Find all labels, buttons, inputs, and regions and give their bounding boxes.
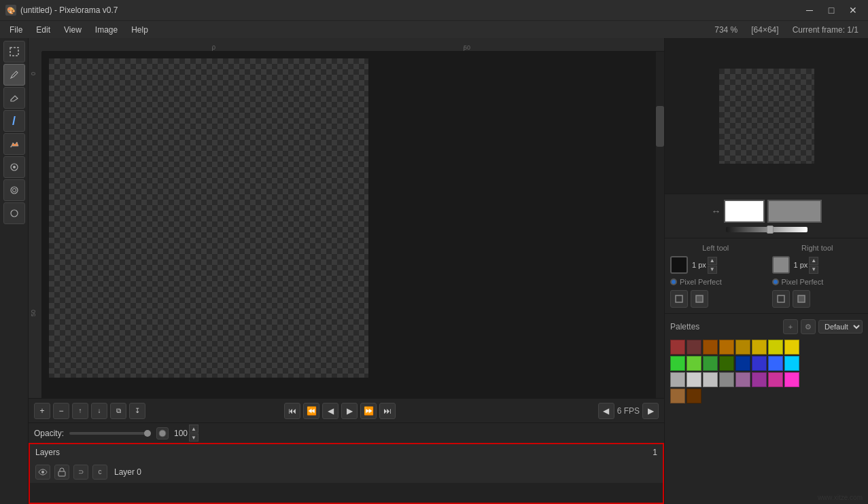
layer-visibility-button[interactable] — [35, 465, 50, 480]
palette-swatch[interactable] — [752, 372, 767, 387]
left-tool-shape-square-filled[interactable] — [691, 290, 708, 308]
palette-swatch[interactable] — [735, 356, 750, 371]
add-frame-button[interactable]: + — [34, 403, 50, 419]
move-up-button[interactable]: ↑ — [72, 403, 88, 419]
menu-help[interactable]: Help — [124, 24, 155, 36]
layer-collapse-button[interactable]: ⊃ — [73, 465, 88, 480]
zoom-level: 734 % — [714, 25, 737, 35]
right-tool-pixel-perfect-radio[interactable] — [772, 278, 779, 285]
left-tool-color-btn[interactable] — [670, 256, 688, 274]
palette-add-button[interactable]: + — [783, 319, 798, 334]
frame-end-button[interactable]: ⏭ — [379, 403, 396, 419]
fps-dec-button[interactable]: ◀ — [598, 403, 614, 419]
svg-rect-12 — [798, 295, 805, 302]
canvas-viewport[interactable] — [42, 52, 656, 398]
menu-edit[interactable]: Edit — [29, 24, 57, 36]
move-down-button[interactable]: ↓ — [91, 403, 107, 419]
scrollbar-thumb[interactable] — [656, 106, 664, 147]
palette-swatch[interactable] — [768, 356, 783, 371]
svg-point-2 — [13, 166, 16, 168]
palette-swatch[interactable] — [687, 372, 701, 387]
svg-rect-0 — [10, 48, 18, 56]
palette-swatch[interactable] — [719, 372, 734, 387]
opacity-inc-button[interactable]: ▲ — [189, 425, 198, 433]
frame-next-fast-button[interactable]: ⏩ — [360, 403, 377, 419]
primary-color-swatch[interactable] — [724, 200, 765, 223]
swap-colors-button[interactable]: ↔ — [712, 206, 721, 217]
canvas-display[interactable] — [49, 58, 368, 378]
fps-inc-button[interactable]: ▶ — [642, 403, 659, 419]
left-tool-size-value: 1 px — [692, 261, 706, 269]
tool-smudge[interactable] — [3, 179, 25, 201]
left-tool-size-inc[interactable]: ▲ — [708, 257, 717, 265]
palette-swatch[interactable] — [784, 356, 799, 371]
left-tool-pixel-perfect-radio[interactable] — [670, 278, 677, 285]
close-button[interactable]: ✕ — [844, 3, 863, 17]
left-tool-shape-square[interactable] — [670, 290, 688, 308]
right-tool-shape-square-filled[interactable] — [793, 290, 810, 308]
frame-prev-fast-button[interactable]: ⏪ — [303, 403, 319, 419]
palette-swatch[interactable] — [703, 356, 718, 371]
frame-prev-button[interactable]: ◀ — [322, 403, 338, 419]
pencil-icon — [10, 70, 19, 79]
palette-swatch[interactable] — [719, 356, 734, 371]
right-tool-shape-square[interactable] — [772, 290, 790, 308]
tool-circle[interactable] — [3, 202, 25, 224]
palette-swatch[interactable] — [687, 356, 701, 371]
palette-swatch[interactable] — [670, 340, 685, 355]
right-tool-size-dec[interactable]: ▼ — [809, 266, 818, 274]
frame-start-button[interactable]: ⏮ — [284, 403, 300, 419]
tool-eraser[interactable] — [3, 87, 25, 109]
frame-next-button[interactable]: ▶ — [341, 403, 358, 419]
remove-frame-button[interactable]: − — [53, 403, 69, 419]
opacity-slider-thumb[interactable] — [144, 430, 151, 437]
palette-swatch[interactable] — [670, 356, 685, 371]
menu-file[interactable]: File — [3, 24, 29, 36]
tool-select[interactable] — [3, 41, 25, 62]
tool-bucket[interactable] — [3, 156, 25, 178]
menu-image[interactable]: Image — [88, 24, 124, 36]
color-gradient-bar[interactable] — [726, 227, 808, 232]
palette-swatch[interactable] — [752, 340, 767, 355]
palettes-section: Palettes + ⚙ Default — [665, 314, 868, 504]
tool-pencil[interactable] — [3, 64, 25, 86]
palette-swatch[interactable] — [703, 372, 718, 387]
palette-swatch[interactable] — [784, 372, 799, 387]
menu-view[interactable]: View — [57, 24, 88, 36]
palette-swatch[interactable] — [752, 356, 767, 371]
layer-lock-button[interactable] — [54, 465, 69, 480]
palette-swatch[interactable] — [670, 389, 685, 403]
opacity-dec-button[interactable]: ▼ — [189, 433, 198, 442]
palette-swatch[interactable] — [687, 340, 701, 355]
palette-swatch[interactable] — [784, 340, 799, 355]
right-tool-size-inc[interactable]: ▲ — [809, 257, 818, 265]
palette-settings-button[interactable]: ⚙ — [801, 319, 816, 334]
palette-select[interactable]: Default — [818, 320, 863, 334]
palette-swatch[interactable] — [735, 372, 750, 387]
vertical-scrollbar[interactable] — [656, 52, 664, 398]
opacity-slider[interactable] — [69, 432, 151, 435]
color-gradient-thumb[interactable] — [767, 226, 774, 234]
palette-swatch[interactable] — [719, 340, 734, 355]
layers-header: Layers 1 — [30, 444, 663, 461]
palette-swatch[interactable] — [768, 340, 783, 355]
left-tool-size-dec[interactable]: ▼ — [708, 266, 717, 274]
palette-swatch[interactable] — [670, 372, 685, 387]
layer-clone-button[interactable]: c — [92, 465, 107, 480]
tool-line[interactable]: / — [3, 110, 25, 132]
tool-fill[interactable] — [3, 133, 25, 155]
right-tool-color-btn[interactable] — [772, 256, 790, 274]
merge-down-button[interactable]: ↧ — [129, 403, 145, 419]
copy-frame-button[interactable]: ⧉ — [110, 403, 126, 419]
palette-swatch[interactable] — [735, 340, 750, 355]
maximize-button[interactable]: □ — [822, 3, 841, 17]
right-tool-inner: 1 px ▲ ▼ — [772, 256, 863, 274]
palette-swatch[interactable] — [703, 340, 718, 355]
right-panel: ↔ Left tool 1 px — [664, 38, 868, 504]
secondary-color-swatch[interactable] — [767, 200, 822, 223]
bucket-icon — [10, 162, 19, 172]
palette-swatch[interactable] — [687, 389, 701, 403]
layers-title: Layers — [35, 448, 60, 457]
palette-swatch[interactable] — [768, 372, 783, 387]
minimize-button[interactable]: ─ — [800, 3, 819, 17]
